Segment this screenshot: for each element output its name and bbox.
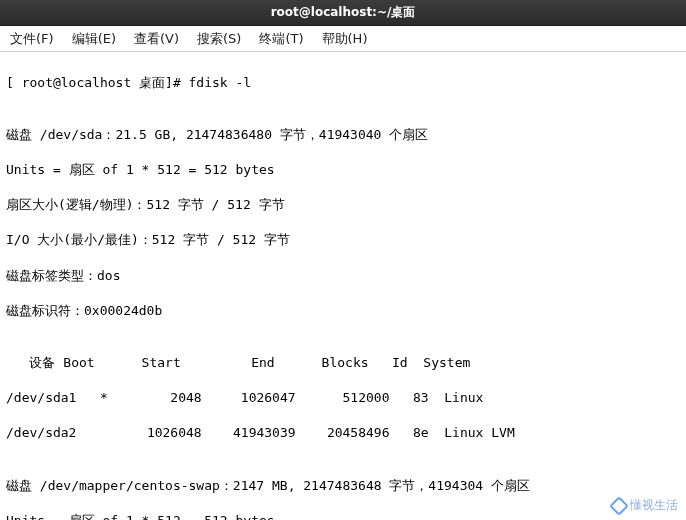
window-title: root@localhost:~/桌面 xyxy=(271,4,416,21)
menubar: 文件(F) 编辑(E) 查看(V) 搜索(S) 终端(T) 帮助(H) xyxy=(0,26,686,52)
menu-edit[interactable]: 编辑(E) xyxy=(72,30,116,48)
watermark-text: 懂视生活 xyxy=(630,497,678,514)
menu-search[interactable]: 搜索(S) xyxy=(197,30,241,48)
output-line: 磁盘 /dev/mapper/centos-swap：2147 MB, 2147… xyxy=(6,477,680,495)
menu-view[interactable]: 查看(V) xyxy=(134,30,179,48)
terminal-area[interactable]: [ root@localhost 桌面]# fdisk -l 磁盘 /dev/s… xyxy=(0,52,686,520)
output-line: Units = 扇区 of 1 * 512 = 512 bytes xyxy=(6,512,680,520)
output-line: 磁盘标识符：0x00024d0b xyxy=(6,302,680,320)
output-line: Units = 扇区 of 1 * 512 = 512 bytes xyxy=(6,161,680,179)
output-line: I/O 大小(最小/最佳)：512 字节 / 512 字节 xyxy=(6,231,680,249)
output-line: 磁盘标签类型：dos xyxy=(6,267,680,285)
table-row: /dev/sda1 * 2048 1026047 512000 83 Linux xyxy=(6,389,680,407)
menu-file[interactable]: 文件(F) xyxy=(10,30,54,48)
table-row: /dev/sda2 1026048 41943039 20458496 8e L… xyxy=(6,424,680,442)
menu-help[interactable]: 帮助(H) xyxy=(322,30,368,48)
window-titlebar: root@localhost:~/桌面 xyxy=(0,0,686,26)
output-line: 磁盘 /dev/sda：21.5 GB, 21474836480 字节，4194… xyxy=(6,126,680,144)
watermark-logo-icon xyxy=(609,496,629,516)
menu-terminal[interactable]: 终端(T) xyxy=(259,30,303,48)
table-header: 设备 Boot Start End Blocks Id System xyxy=(6,354,680,372)
prompt-line: [ root@localhost 桌面]# fdisk -l xyxy=(6,74,680,92)
output-line: 扇区大小(逻辑/物理)：512 字节 / 512 字节 xyxy=(6,196,680,214)
watermark: 懂视生活 xyxy=(612,497,678,514)
